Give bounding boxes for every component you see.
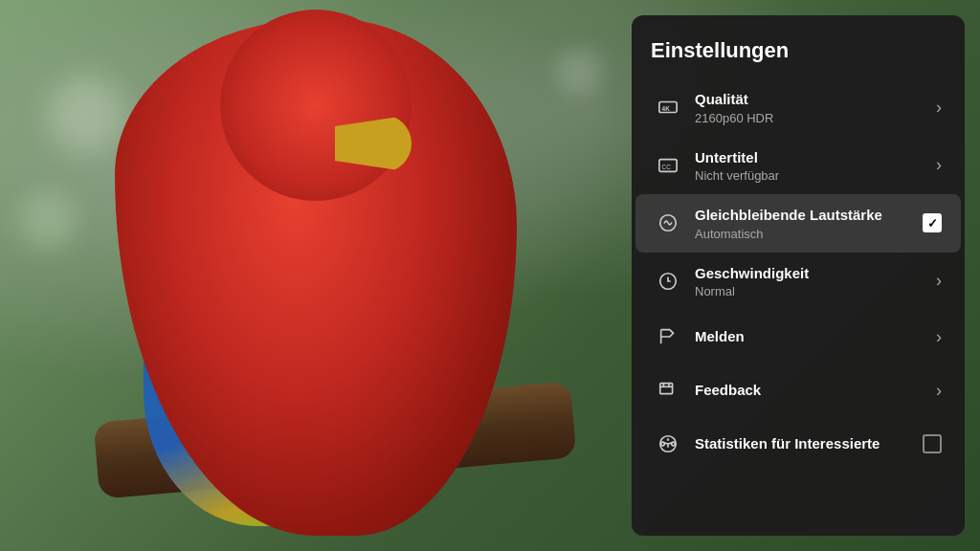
stable-volume-sublabel: Automatisch [695,227,915,241]
menu-item-feedback[interactable]: Feedback › [635,364,961,417]
subtitles-arrow: › [936,155,942,175]
settings-panel: Einstellungen 4K Qualität 2160p60 HDR › … [632,15,965,536]
parrot-head [220,10,412,201]
stats-label: Statistiken für Interessierte [695,434,915,453]
menu-item-speed[interactable]: Geschwindigkeit Normal › [635,253,961,311]
feedback-arrow: › [936,381,942,401]
subtitles-icon: CC [655,152,681,179]
svg-text:4K: 4K [662,105,671,112]
quality-label: Qualität [695,90,928,109]
report-text: Melden [695,327,928,346]
speed-sublabel: Normal [695,284,928,298]
speed-arrow: › [936,271,942,291]
parrot-area [0,0,632,551]
volume-stable-icon [655,209,681,236]
speed-icon [655,268,681,295]
bokeh-1 [48,77,124,153]
svg-text:CC: CC [662,163,672,169]
menu-item-report[interactable]: Melden › [635,310,961,364]
menu-item-quality[interactable]: 4K Qualität 2160p60 HDR › [635,78,961,137]
quality-sublabel: 2160p60 HDR [695,111,928,125]
svg-point-11 [668,439,669,440]
subtitles-sublabel: Nicht verfügbar [695,168,928,183]
feedback-text: Feedback [695,381,928,400]
menu-item-stable-volume[interactable]: Gleichbleibende Lautstärke Automatisch [635,194,961,253]
menu-item-stats[interactable]: Statistiken für Interessierte [635,417,961,471]
speed-label: Geschwindigkeit [695,264,928,283]
report-label: Melden [695,327,928,346]
svg-point-12 [661,442,665,446]
feedback-label: Feedback [695,381,928,400]
svg-rect-6 [660,384,673,394]
subtitles-label: Untertitel [695,148,928,167]
quality-text: Qualität 2160p60 HDR [695,90,928,125]
report-arrow: › [936,327,942,347]
stable-volume-check[interactable] [923,213,942,232]
panel-title: Einstellungen [632,38,965,78]
report-icon [655,323,681,350]
svg-point-13 [672,442,676,446]
subtitles-text: Untertitel Nicht verfügbar [695,148,928,184]
stats-text: Statistiken für Interessierte [695,434,915,453]
menu-item-subtitles[interactable]: CC Untertitel Nicht verfügbar › [635,137,961,195]
feedback-icon [655,377,681,404]
bokeh-2 [19,191,77,249]
stats-check[interactable] [923,434,942,453]
quality-icon: 4K [655,94,681,121]
stats-icon [655,430,681,457]
bokeh-3 [555,48,603,96]
stable-volume-label: Gleichbleibende Lautstärke [695,206,915,225]
stable-volume-text: Gleichbleibende Lautstärke Automatisch [695,206,915,241]
speed-text: Geschwindigkeit Normal [695,264,928,299]
quality-arrow: › [936,98,942,118]
